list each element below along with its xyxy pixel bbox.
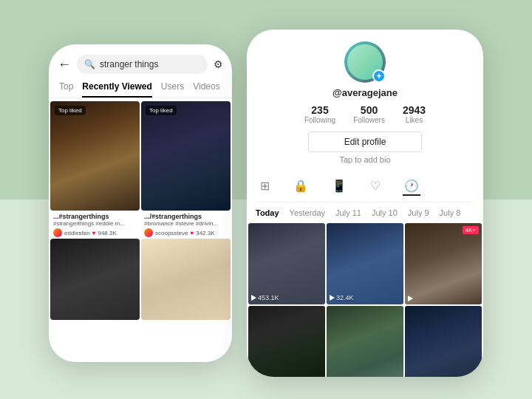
username-1: eddiesfan <box>64 230 90 236</box>
list-item[interactable]: Top liked ...#strangerthings #strangerth… <box>50 101 140 237</box>
likes-label: Likes <box>406 116 423 124</box>
search-query-text: stranger things <box>100 59 158 69</box>
list-item[interactable]: Top liked .../#strangerthings #bromance … <box>141 101 231 237</box>
grid-icon[interactable]: ⊞ <box>259 177 271 196</box>
top-liked-badge-2: Top liked <box>146 106 177 115</box>
play-icon-1 <box>251 295 256 301</box>
tab-videos[interactable]: Videos <box>193 81 219 98</box>
card-user-2: scoopssteve ♥ 342.3K <box>144 228 228 237</box>
card-user-1: eddiesfan ♥ 948.2K <box>53 228 137 237</box>
video-tile-1[interactable]: 453.1K <box>248 223 325 304</box>
date-tab-yesterday[interactable]: Yesterday <box>290 208 326 217</box>
profile-username: @averagejane <box>332 87 398 98</box>
date-tab-today[interactable]: Today <box>256 208 279 217</box>
phone-icon[interactable]: 📱 <box>330 177 348 196</box>
play-icon-3 <box>408 296 413 301</box>
video-tile-2[interactable]: 32.4K <box>327 223 403 304</box>
username-2: scoopssteve <box>155 230 188 236</box>
card-info-1: ...#strangerthings #strangerthings #eddi… <box>50 211 140 237</box>
date-tab-july8[interactable]: July 8 <box>440 208 461 217</box>
video-tile-4[interactable]: 58.0K <box>248 306 325 377</box>
phone-left: ← 🔍 stranger things ⚙ Top Recently Viewe… <box>49 44 232 362</box>
following-label: Following <box>304 116 335 124</box>
card-hashtags-2: #bromance #stevie #drivin... <box>144 220 228 227</box>
search-icon: 🔍 <box>84 59 95 69</box>
video-tile-6[interactable]: 236.4K <box>405 306 482 377</box>
heart-icon-2: ♥ <box>190 230 194 236</box>
result-card-3[interactable] <box>50 239 140 320</box>
heart-tab-icon[interactable]: ♡ <box>369 177 382 196</box>
card-info-2: .../#strangerthings #bromance #stevie #d… <box>141 211 231 237</box>
date-tab-july11[interactable]: July 11 <box>335 208 361 217</box>
search-tabs: Top Recently Viewed Users Videos <box>49 74 232 98</box>
play-count-3 <box>408 296 413 301</box>
date-tabs: Today Yesterday July 11 July 10 July 9 J… <box>247 202 483 223</box>
phone-right: + @averagejane 235 Following 500 Followe… <box>247 30 483 377</box>
video-tile-5[interactable]: 46.7K <box>327 306 403 377</box>
stat-likes: 2943 Likes <box>403 104 426 124</box>
card-title-1: ...#strangerthings <box>53 213 137 220</box>
card-hashtags-1: #strangerthings #eddie m... <box>53 220 137 227</box>
result-card-1[interactable]: Top liked <box>50 101 140 211</box>
tap-bio-text: Tap to add bio <box>339 155 390 164</box>
profile-stats: 235 Following 500 Followers 2943 Likes <box>304 104 426 124</box>
avatar-plus-button[interactable]: + <box>372 69 386 83</box>
heart-icon-1: ♥ <box>92 230 96 236</box>
lock-icon[interactable]: 🔒 <box>292 177 310 196</box>
filter-icon[interactable]: ⚙ <box>214 58 223 70</box>
stat-following: 235 Following <box>304 104 335 124</box>
card-title-2: .../#strangerthings <box>144 213 228 220</box>
search-bar[interactable]: 🔍 stranger things <box>77 55 208 74</box>
tab-users[interactable]: Users <box>161 81 184 98</box>
phones-container: ← 🔍 stranger things ⚙ Top Recently Viewe… <box>49 22 483 377</box>
video-tile-3[interactable]: 4K+ <box>405 223 482 304</box>
search-results: Top liked ...#strangerthings #strangerth… <box>49 100 232 321</box>
profile-header: + @averagejane 235 Following 500 Followe… <box>247 30 483 177</box>
edit-profile-button[interactable]: Edit profile <box>308 132 423 152</box>
followers-value: 500 <box>361 104 378 116</box>
followers-label: Followers <box>353 116 385 124</box>
result-card-2[interactable]: Top liked <box>141 101 231 211</box>
likes-value: 2943 <box>403 104 426 116</box>
tab-recently-viewed[interactable]: Recently Viewed <box>82 81 152 98</box>
back-button[interactable]: ← <box>58 57 71 72</box>
search-header: ← 🔍 stranger things ⚙ <box>49 44 232 74</box>
video-grid: 453.1K 32.4K 4K+ 58.0K <box>247 223 483 377</box>
plus-badge-3: 4K+ <box>463 226 479 234</box>
play-icon-2 <box>330 295 335 301</box>
stat-followers: 500 Followers <box>353 104 385 124</box>
tab-top[interactable]: Top <box>59 81 73 98</box>
avatar-1 <box>53 228 62 237</box>
avatar-wrap: + <box>344 41 386 83</box>
following-value: 235 <box>311 104 328 116</box>
list-item[interactable] <box>141 239 231 320</box>
play-count-1: 453.1K <box>251 294 279 301</box>
profile-icon-tabs: ⊞ 🔒 📱 ♡ 🕐 <box>259 177 471 202</box>
likes-1: 948.2K <box>98 230 116 236</box>
result-card-4[interactable] <box>141 239 231 320</box>
date-tab-july9[interactable]: July 9 <box>408 208 429 217</box>
list-item[interactable] <box>50 239 140 320</box>
avatar-2 <box>144 228 153 237</box>
top-liked-badge-1: Top liked <box>55 106 86 115</box>
play-count-2: 32.4K <box>330 294 354 301</box>
likes-2: 342.3K <box>196 230 214 236</box>
date-tab-july10[interactable]: July 10 <box>372 208 398 217</box>
clock-icon[interactable]: 🕐 <box>403 177 420 196</box>
